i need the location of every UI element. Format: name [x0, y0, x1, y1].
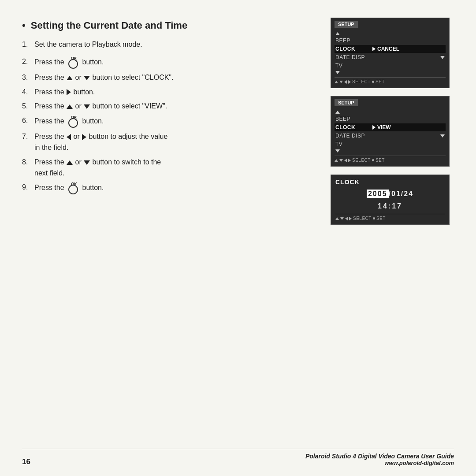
step-num-5: 5. — [22, 101, 34, 112]
panel1-bbar-right — [348, 80, 351, 84]
right-column: SETUP BEEP CLOCK CANCEL DATE DI — [331, 18, 454, 225]
panel1-datedisp-row: DATE DISP — [335, 53, 446, 61]
panel1-tv-row: TV — [335, 62, 446, 70]
panel2-arrow-up — [335, 111, 340, 114]
panel1-clock-row: CLOCK CANCEL — [335, 45, 446, 53]
panel1-bbar-set: SET — [376, 79, 385, 84]
panel1-menu: BEEP CLOCK CANCEL DATE DISP TV — [335, 31, 446, 75]
clock-year-highlighted: 2005 — [367, 190, 389, 198]
step-7: 7. Press the or button to adjust the val… — [22, 131, 317, 153]
panel2-datedisp-row: DATE DISP — [335, 132, 446, 140]
left-column: • Setting the Current Date and Time 1. S… — [22, 18, 317, 225]
step-text-7: Press the or button to adjust the valuei… — [34, 131, 167, 153]
camera-panel-2: SETUP BEEP CLOCK VIEW DATE DISP — [331, 96, 450, 167]
panel2-menu: BEEP CLOCK VIEW DATE DISP TV — [335, 110, 446, 153]
panel2-bbar-dot — [372, 159, 374, 161]
step-5: 5. Press the or button to select "VIEW". — [22, 101, 317, 112]
panel2-bbar-set: SET — [376, 158, 385, 163]
clock-bbar-up — [335, 217, 339, 220]
panel1-datedisp-label: DATE DISP — [335, 54, 371, 60]
ok-button-icon-6: OK — [67, 115, 79, 128]
clock-date-rest: /01/24 — [389, 190, 413, 197]
content-area: • Setting the Current Date and Time 1. S… — [22, 18, 454, 225]
footer-url: www.polaroid-digital.com — [305, 460, 454, 466]
panel2-datedisp-label: DATE DISP — [335, 133, 371, 139]
panel1-bbar-select: SELECT — [352, 79, 371, 84]
step-num-1: 1. — [22, 39, 34, 50]
clock-bbar-right — [349, 217, 352, 220]
step-num-6: 6. — [22, 115, 34, 126]
arrow-up-icon-5 — [67, 104, 73, 109]
clock-panel-bottom-bar: SELECT SET — [335, 214, 445, 221]
panel2-view-value: VIEW — [377, 124, 391, 130]
panel2-clock-label: CLOCK — [335, 124, 371, 130]
panel2-bbar-select: SELECT — [352, 158, 371, 163]
panel2-extra-arrow-down — [335, 149, 340, 152]
panel2-bottom-bar: SELECT SET — [335, 156, 446, 163]
panel2-setup-tag: SETUP — [335, 99, 358, 106]
footer-right: Polaroid Studio 4 Digital Video Camera U… — [305, 453, 454, 466]
panel1-arrow-up — [335, 32, 340, 35]
panel2-tv-row: TV — [335, 140, 446, 148]
panel1-header: SETUP — [335, 21, 446, 30]
panel2-bbar-up — [335, 159, 338, 162]
panel1-setup-tag: SETUP — [335, 21, 358, 28]
ok-button-icon-9: OK — [67, 182, 79, 194]
footer: 16 Polaroid Studio 4 Digital Video Camer… — [22, 449, 454, 466]
step-3: 3. Press the or button to select "CLOCK"… — [22, 72, 317, 83]
step-text-4: Press the button. — [34, 87, 95, 98]
arrow-down-icon-3 — [84, 76, 90, 80]
step-6: 6. Press the OK button. — [22, 115, 317, 128]
panel1-bbar-left — [344, 80, 347, 84]
clock-bbar-left — [345, 217, 348, 220]
panel1-beep-label: BEEP — [335, 37, 371, 44]
section-title: • Setting the Current Date and Time — [22, 20, 317, 31]
panel2-arrow-down — [440, 134, 445, 138]
panel2-beep-label: BEEP — [335, 116, 371, 122]
panel2-arrow-up-row — [335, 110, 446, 115]
clock-time: 14:17 — [335, 202, 445, 210]
step-text-9: Press the OK button. — [34, 182, 104, 194]
camera-panel-1: SETUP BEEP CLOCK CANCEL DATE DI — [331, 18, 450, 88]
step-num-2: 2. — [22, 56, 34, 67]
clock-bbar-down — [340, 217, 344, 220]
panel2-clock-arrow — [372, 125, 376, 130]
step-9: 9. Press the OK button. — [22, 182, 317, 194]
panel1-clock-label: CLOCK — [335, 46, 371, 52]
clock-panel-title: CLOCK — [335, 178, 445, 186]
step-num-3: 3. — [22, 72, 34, 83]
step-8: 8. Press the or button to switch to then… — [22, 157, 317, 179]
arrow-right-icon-4 — [67, 89, 71, 95]
arrow-down-icon-5 — [84, 104, 90, 109]
clock-bbar-select: SELECT — [353, 216, 372, 221]
panel1-bbar-up — [335, 81, 338, 83]
panel2-bbar-down — [339, 159, 343, 162]
panel1-tv-label: TV — [335, 63, 371, 69]
panel1-bottom-bar: SELECT SET — [335, 77, 446, 84]
ok-button-icon-2: OK — [67, 56, 79, 69]
panel1-beep-row — [335, 31, 446, 36]
panel2-bbar-right — [348, 159, 351, 162]
panel1-bbar-down — [339, 81, 343, 83]
panel1-beep-label-row: BEEP — [335, 37, 446, 45]
panel2-tv-label: TV — [335, 141, 371, 147]
arrow-down-icon-8 — [84, 160, 90, 165]
clock-date: 2005/01/24 — [335, 190, 445, 198]
step-num-9: 9. — [22, 182, 34, 193]
step-num-4: 4. — [22, 87, 34, 97]
panel1-extra-down-row — [335, 70, 446, 75]
step-num-8: 8. — [22, 157, 34, 167]
step-2: 2. Press the OK button. — [22, 56, 317, 69]
panel1-bbar-dot — [372, 81, 374, 83]
bullet-point: • — [22, 20, 26, 31]
footer-page-number: 16 — [22, 457, 30, 466]
arrow-left-icon-7 — [67, 134, 71, 140]
step-1: 1. Set the camera to Playback mode. — [22, 39, 317, 50]
step-4: 4. Press the button. — [22, 87, 317, 98]
panel1-extra-arrow-down — [335, 71, 340, 74]
step-text-3: Press the or button to select "CLOCK". — [34, 72, 174, 83]
arrow-up-icon-8 — [67, 160, 73, 165]
panel2-beep-row: BEEP — [335, 115, 446, 123]
step-text-5: Press the or button to select "VIEW". — [34, 101, 167, 112]
panel2-bbar-left — [344, 159, 347, 162]
